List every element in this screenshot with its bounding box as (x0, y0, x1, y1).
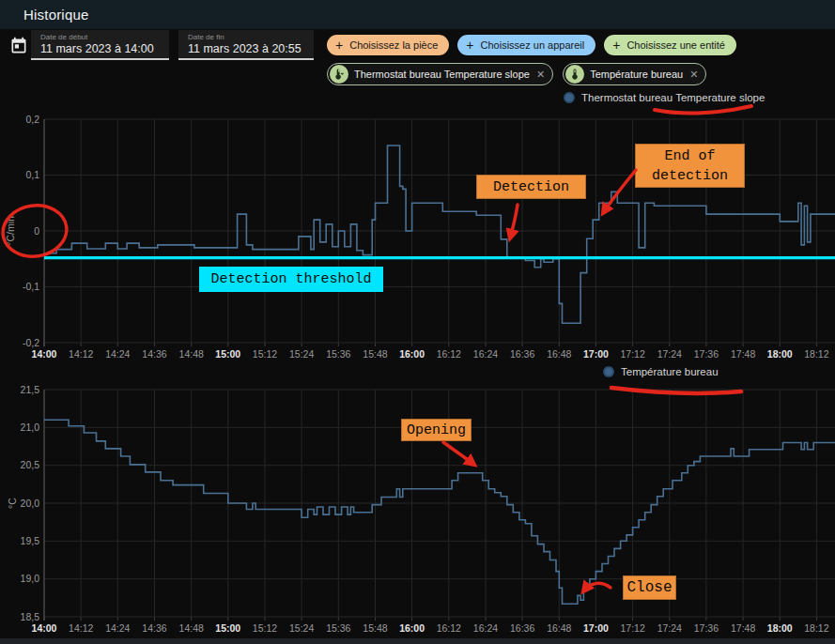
svg-text:16:36: 16:36 (510, 622, 534, 634)
svg-text:16:36: 16:36 (510, 348, 534, 360)
svg-text:18:12: 18:12 (804, 348, 828, 360)
svg-text:14:48: 14:48 (179, 622, 204, 634)
svg-text:18,5: 18,5 (21, 611, 40, 622)
svg-text:15:00: 15:00 (215, 348, 240, 360)
svg-text:15:48: 15:48 (363, 348, 387, 360)
svg-text:0,1: 0,1 (25, 169, 39, 180)
svg-text:18:12: 18:12 (804, 622, 828, 634)
annotation-end-of-detection: End of detection (635, 144, 745, 188)
svg-text:15:48: 15:48 (363, 622, 387, 634)
annotation-opening: Opening (401, 419, 472, 441)
svg-text:15:36: 15:36 (326, 622, 350, 634)
svg-text:16:24: 16:24 (473, 622, 498, 634)
svg-text:16:12: 16:12 (437, 348, 461, 360)
svg-text:14:00: 14:00 (32, 622, 57, 634)
svg-text:17:48: 17:48 (731, 622, 755, 634)
svg-text:16:48: 16:48 (547, 348, 571, 360)
svg-text:17:00: 17:00 (583, 622, 609, 634)
svg-text:17:12: 17:12 (620, 348, 644, 360)
svg-text:17:24: 17:24 (657, 348, 682, 360)
charts-canvas[interactable]: 14:0014:1214:2414:3614:4815:0015:1215:24… (0, 0, 835, 644)
svg-text:17:00: 17:00 (583, 348, 609, 360)
svg-text:14:00: 14:00 (32, 348, 57, 360)
svg-text:14:12: 14:12 (69, 622, 93, 634)
svg-text:°C: °C (7, 498, 18, 509)
svg-text:15:12: 15:12 (253, 622, 277, 634)
svg-text:15:36: 15:36 (326, 348, 350, 360)
svg-text:19,5: 19,5 (21, 535, 40, 546)
svg-text:15:12: 15:12 (253, 348, 277, 360)
svg-text:17:12: 17:12 (620, 622, 644, 634)
svg-text:°C/min: °C/min (5, 216, 16, 246)
svg-text:15:24: 15:24 (289, 348, 314, 360)
svg-text:17:36: 17:36 (694, 622, 719, 634)
svg-text:16:48: 16:48 (547, 622, 571, 634)
history-page: Historique Date de début 11 mars 2023 à … (0, 0, 835, 644)
svg-text:-0,1: -0,1 (23, 281, 39, 292)
svg-text:19,0: 19,0 (21, 573, 40, 584)
svg-text:-0,2: -0,2 (23, 337, 39, 348)
svg-text:21,5: 21,5 (21, 384, 40, 395)
svg-text:17:48: 17:48 (731, 348, 755, 360)
annotation-close: Close (623, 575, 676, 600)
svg-text:18:00: 18:00 (767, 622, 793, 634)
svg-text:16:12: 16:12 (437, 622, 461, 634)
annotation-detection: Detection (476, 175, 586, 199)
svg-text:16:24: 16:24 (473, 348, 498, 360)
svg-text:15:00: 15:00 (215, 622, 240, 634)
svg-text:14:24: 14:24 (105, 622, 130, 634)
svg-text:17:36: 17:36 (694, 348, 719, 360)
svg-text:18:00: 18:00 (767, 348, 793, 360)
annotation-detection-threshold: Detection threshold (199, 267, 383, 292)
svg-text:16:00: 16:00 (399, 622, 425, 634)
svg-text:20,5: 20,5 (21, 459, 40, 470)
svg-text:14:24: 14:24 (105, 348, 130, 360)
svg-text:14:36: 14:36 (142, 348, 166, 360)
svg-text:14:36: 14:36 (142, 622, 166, 634)
svg-text:14:12: 14:12 (69, 348, 93, 360)
svg-text:20,0: 20,0 (21, 498, 40, 509)
svg-text:15:24: 15:24 (289, 622, 314, 634)
svg-text:0: 0 (34, 225, 39, 237)
svg-text:16:00: 16:00 (399, 348, 425, 360)
svg-text:17:24: 17:24 (657, 622, 682, 634)
svg-text:21,0: 21,0 (21, 422, 40, 433)
svg-text:14:48: 14:48 (179, 348, 204, 360)
svg-text:0,2: 0,2 (25, 114, 39, 125)
